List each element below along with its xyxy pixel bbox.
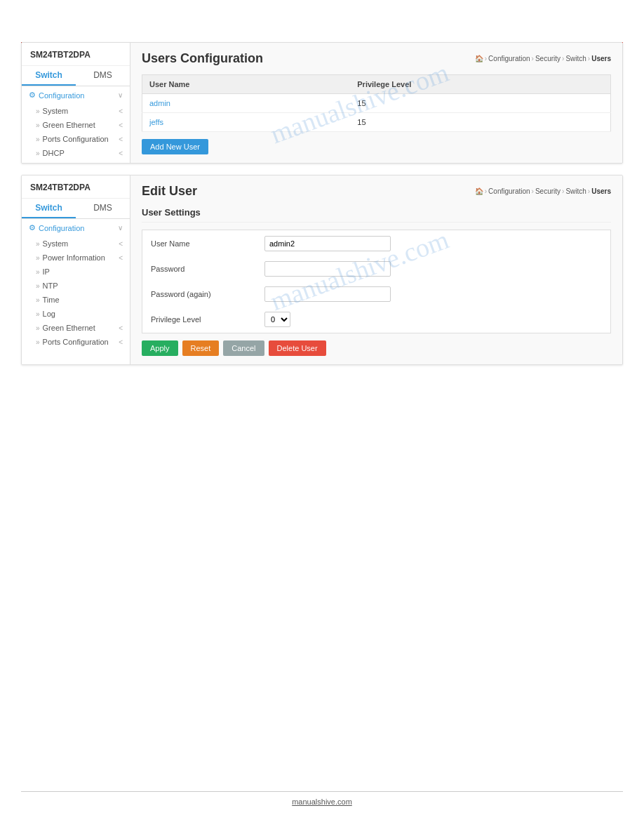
users-table: User Name Privilege Level admin 15 jeffs… — [142, 74, 611, 132]
sidebar-item-green-ethernet-1[interactable]: » Green Ethernet < — [22, 118, 130, 132]
device-logo-1: SM24TBT2DPA — [22, 43, 130, 66]
page-title-2: Edit User — [142, 184, 197, 199]
reset-button[interactable]: Reset — [182, 340, 220, 356]
chevron-down-icon-2: ∨ — [118, 224, 123, 232]
sidebar-label-ip-2: IP — [43, 267, 50, 276]
breadcrumb-security-2: Security — [535, 187, 561, 195]
delete-user-button[interactable]: Delete User — [269, 340, 326, 356]
gear-icon-1: ⚙ — [29, 91, 36, 100]
label-privilege: Privilege Level — [144, 307, 256, 331]
main-content-1: Users Configuration 🏠 › Configuration › … — [130, 43, 622, 163]
sidebar-item-configuration-1[interactable]: ⚙ Configuration ∨ — [22, 86, 130, 104]
sidebar-item-configuration-2[interactable]: ⚙ Configuration ∨ — [22, 219, 130, 237]
cancel-button[interactable]: Cancel — [223, 340, 264, 356]
sidebar-item-dhcp-1[interactable]: » DHCP < — [22, 146, 130, 160]
arrow-icon-power: < — [119, 254, 123, 262]
label-password-again: Password (again) — [144, 282, 256, 306]
breadcrumb-1: 🏠 › Configuration › Security › Switch › … — [475, 55, 611, 62]
sidebar-tabs-1: Switch DMS — [22, 66, 130, 86]
chevron-right-icon-log: » — [36, 310, 40, 318]
sidebar-item-time-2[interactable]: » Time — [22, 293, 130, 307]
chevron-right-icon-power: » — [36, 254, 40, 262]
username-input[interactable] — [264, 236, 391, 251]
password-again-input[interactable] — [264, 286, 391, 302]
chevron-right-icon-ge: » — [36, 121, 40, 129]
sidebar-label-time-2: Time — [43, 296, 60, 304]
user-link-admin[interactable]: admin — [142, 94, 351, 113]
chevron-right-icon: » — [36, 107, 40, 115]
breadcrumb-switch-2: Switch — [565, 187, 586, 195]
tab-switch-2[interactable]: Switch — [22, 199, 76, 218]
panel-users-configuration: manualshive.com SM24TBT2DPA Switch DMS ⚙… — [21, 42, 623, 164]
sidebar-item-power-2[interactable]: » Power Information < — [22, 251, 130, 265]
sidebar-item-ports-1[interactable]: » Ports Configuration < — [22, 132, 130, 146]
sidebar-item-ip-2[interactable]: » IP — [22, 265, 130, 279]
field-password — [257, 257, 609, 281]
breadcrumb-sep-1: › — [485, 55, 487, 62]
add-new-user-button[interactable]: Add New User — [142, 139, 208, 154]
breadcrumb-users-2: Users — [591, 187, 611, 195]
sidebar-label-ntp-2: NTP — [43, 282, 58, 290]
breadcrumb-sep-2: › — [532, 55, 534, 62]
chevron-right-icon-ge2: » — [36, 324, 40, 332]
sidebar-item-ge-2[interactable]: » Green Ethernet < — [22, 321, 130, 335]
sidebar-label-system-1: System — [43, 107, 69, 115]
page-header-1: Users Configuration 🏠 › Configuration › … — [142, 51, 611, 66]
user-link-jeffs[interactable]: jeffs — [142, 113, 351, 132]
edit-user-form-table: User Name Password Password (again) — [142, 230, 611, 333]
sidebar-item-ports-2[interactable]: » Ports Configuration < — [22, 335, 130, 349]
sidebar-tabs-2: Switch DMS — [22, 199, 130, 219]
sidebar-item-log-2[interactable]: » Log — [22, 307, 130, 321]
sidebar-2: SM24TBT2DPA Switch DMS ⚙ Configuration ∨… — [22, 176, 130, 364]
breadcrumb-sep-3: › — [562, 55, 564, 62]
sidebar-label-configuration-1: Configuration — [39, 91, 84, 100]
breadcrumb-sep-8: › — [588, 187, 590, 195]
field-privilege: 0 — [257, 307, 609, 331]
sidebar-label-ge-2: Green Ethernet — [43, 324, 95, 332]
tab-dms-2[interactable]: DMS — [76, 199, 130, 218]
bottom-border — [21, 791, 623, 792]
chevron-right-icon-time: » — [36, 296, 40, 304]
breadcrumb-sep-7: › — [562, 187, 564, 195]
password-input[interactable] — [264, 261, 391, 277]
sidebar-item-system-2[interactable]: » System < — [22, 237, 130, 251]
label-password: Password — [144, 257, 256, 281]
tab-dms-1[interactable]: DMS — [76, 66, 130, 86]
action-buttons-1: Add New User — [142, 139, 611, 154]
sidebar-item-system-1[interactable]: » System < — [22, 104, 130, 118]
chevron-right-icon-ntp: » — [36, 282, 40, 290]
page-title-1: Users Configuration — [142, 51, 263, 66]
arrow-icon-ports: < — [119, 135, 123, 143]
sidebar-label-dhcp-1: DHCP — [43, 149, 65, 157]
breadcrumb-2: 🏠 › Configuration › Security › Switch › … — [475, 187, 611, 195]
chevron-right-icon-sys2: » — [36, 240, 40, 248]
gear-icon-2: ⚙ — [29, 223, 36, 232]
sidebar-label-system-2: System — [43, 239, 69, 248]
breadcrumb-sep-4: › — [588, 55, 590, 62]
breadcrumb-sep-6: › — [532, 187, 534, 195]
chevron-right-icon-ip: » — [36, 268, 40, 276]
arrow-icon-dhcp: < — [119, 150, 123, 157]
form-row-password-again: Password (again) — [144, 282, 609, 306]
main-content-2: Edit User 🏠 › Configuration › Security ›… — [130, 176, 622, 364]
chevron-right-icon-dhcp: » — [36, 150, 40, 157]
breadcrumb-sep-5: › — [485, 187, 487, 195]
form-row-password: Password — [144, 257, 609, 281]
table-row: jeffs 15 — [142, 113, 611, 132]
chevron-down-icon-1: ∨ — [118, 91, 123, 99]
sidebar-label-log-2: Log — [43, 310, 55, 318]
breadcrumb-security-1: Security — [535, 55, 561, 62]
arrow-icon-ge: < — [119, 121, 123, 129]
chevron-right-icon-ports2: » — [36, 338, 40, 346]
apply-button[interactable]: Apply — [142, 340, 178, 356]
sidebar-label-green-ethernet-1: Green Ethernet — [43, 121, 95, 129]
device-logo-2: SM24TBT2DPA — [22, 176, 130, 199]
sidebar-item-ntp-2[interactable]: » NTP — [22, 279, 130, 293]
label-username: User Name — [144, 232, 256, 256]
arrow-icon-ge2: < — [119, 324, 123, 332]
breadcrumb-configuration-2: Configuration — [488, 187, 530, 195]
panel-edit-user: manualshive.com SM24TBT2DPA Switch DMS ⚙… — [21, 175, 623, 365]
privilege-level-select[interactable]: 0 — [264, 312, 290, 327]
col-header-privilege: Privilege Level — [350, 75, 610, 94]
tab-switch-1[interactable]: Switch — [22, 66, 76, 86]
